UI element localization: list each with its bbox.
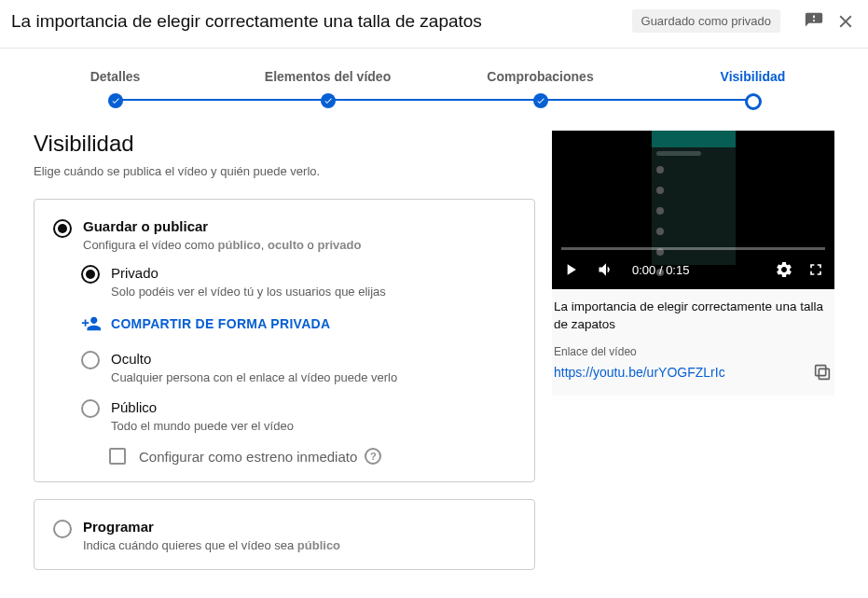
feedback-icon[interactable] — [803, 10, 825, 33]
step-details[interactable]: Detalles — [9, 69, 222, 110]
schedule-card: Programar Indica cuándo quieres que el v… — [34, 499, 535, 570]
stepper: Detalles Elementos del vídeo Comprobacio… — [0, 49, 868, 121]
private-sub: Solo podéis ver el vídeo tú y los usuari… — [111, 285, 386, 299]
video-player[interactable]: 0:00 / 0:15 — [552, 131, 834, 289]
premiere-checkbox[interactable] — [109, 448, 126, 465]
svg-rect-0 — [819, 369, 829, 379]
video-time: 0:00 / 0:15 — [632, 263, 775, 277]
save-publish-radio[interactable] — [53, 219, 72, 238]
schedule-radio[interactable] — [53, 520, 72, 538]
copy-icon[interactable] — [812, 362, 833, 382]
video-thumbnail — [652, 131, 736, 265]
dialog-header: La importancia de elegir correctamente u… — [0, 0, 868, 49]
public-sub: Todo el mundo puede ver el vídeo — [111, 419, 294, 433]
step-checks[interactable]: Comprobaciones — [434, 69, 647, 110]
step-video-elements[interactable]: Elementos del vídeo — [222, 69, 434, 110]
svg-rect-1 — [816, 365, 826, 375]
save-publish-card: Guardar o publicar Configura el vídeo co… — [34, 199, 535, 482]
settings-icon[interactable] — [775, 260, 793, 279]
preview-title: La importancia de elegir correctamente u… — [552, 299, 834, 334]
section-subheading: Elige cuándo se publica el vídeo y quién… — [34, 164, 535, 178]
public-label: Público — [111, 399, 294, 415]
close-icon[interactable] — [834, 10, 857, 33]
share-privately-button[interactable]: COMPARTIR DE FORMA PRIVADA — [81, 313, 516, 334]
save-publish-sub: Configura el vídeo como público, oculto … — [83, 238, 361, 252]
video-link[interactable]: https://youtu.be/urYOGFZLrIc — [554, 365, 812, 380]
person-add-icon — [81, 313, 102, 334]
volume-icon[interactable] — [597, 260, 615, 279]
privacy-chip: Guardado como privado — [632, 9, 780, 33]
dialog-title: La importancia de elegir correctamente u… — [11, 11, 632, 32]
public-radio[interactable] — [81, 399, 100, 418]
fullscreen-icon[interactable] — [806, 260, 825, 279]
play-icon[interactable] — [561, 260, 580, 279]
step-visibility[interactable]: Visibilidad — [647, 69, 860, 110]
unlisted-label: Oculto — [111, 351, 397, 367]
private-radio[interactable] — [81, 265, 100, 284]
unlisted-radio[interactable] — [81, 351, 100, 369]
unlisted-sub: Cualquier persona con el enlace al vídeo… — [111, 370, 397, 384]
video-preview-panel: 0:00 / 0:15 La importancia de elegir cor… — [552, 131, 834, 396]
section-heading: Visibilidad — [34, 131, 535, 157]
premiere-label: Configurar como estreno inmediato — [139, 449, 357, 465]
private-label: Privado — [111, 265, 386, 281]
schedule-sub: Indica cuándo quieres que el vídeo sea p… — [83, 538, 340, 552]
save-publish-label: Guardar o publicar — [83, 218, 361, 234]
schedule-label: Programar — [83, 519, 340, 535]
link-label: Enlace del vídeo — [552, 345, 834, 358]
help-icon[interactable]: ? — [365, 448, 381, 465]
